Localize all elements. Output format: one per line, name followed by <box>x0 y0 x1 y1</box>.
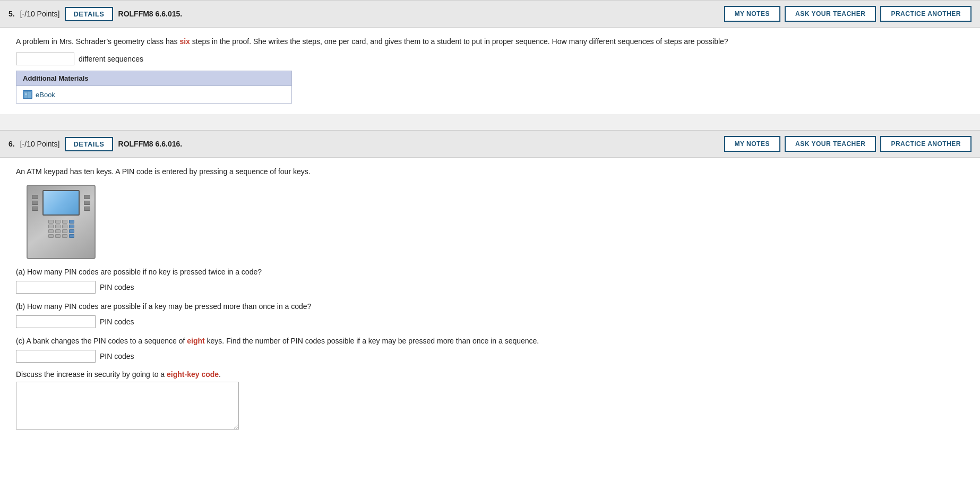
atm-top-row <box>32 190 90 216</box>
sub-c-text: (c) A bank changes the PIN codes to a se… <box>16 336 964 347</box>
key-9 <box>48 229 54 233</box>
sub-b-answer-row: PIN codes <box>16 315 964 328</box>
atm-screen <box>42 190 80 216</box>
practice-another-button-6[interactable]: PRACTICE ANOTHER <box>880 136 972 152</box>
key-11 <box>62 229 67 233</box>
sub-c-before: (c) A bank changes the PIN codes to a se… <box>16 337 187 345</box>
atm-image <box>27 185 96 259</box>
atm-left-btn-2 <box>32 201 38 205</box>
practice-another-button-5[interactable]: PRACTICE ANOTHER <box>880 6 972 22</box>
question-5-answer-label: different sequences <box>79 55 143 63</box>
sub-a-text: (a) How many PIN codes are possible if n… <box>16 267 964 278</box>
question-6-header: 6. [-/10 Points] DETAILS ROLFFM8 6.6.016… <box>0 131 980 158</box>
additional-materials-header: Additional Materials <box>16 71 291 86</box>
question-6-number: 6. <box>8 140 15 148</box>
keypad-row-1 <box>48 220 74 224</box>
question-5-body: A problem in Mrs. Schrader’s geometry cl… <box>0 28 980 114</box>
atm-right-buttons <box>84 195 90 211</box>
discuss-text: Discuss the increase in security by goin… <box>16 370 964 379</box>
question-5-header: 5. [-/10 Points] DETAILS ROLFFM8 6.6.015… <box>0 1 980 28</box>
atm-left-btn-1 <box>32 195 38 199</box>
additional-materials-box: Additional Materials eBook <box>16 71 292 104</box>
question-5-code: ROLFFM8 6.6.015. <box>118 10 719 18</box>
question-6-section: 6. [-/10 Points] DETAILS ROLFFM8 6.6.016… <box>0 130 980 449</box>
sub-c-label: PIN codes <box>100 352 134 360</box>
question-5-section: 5. [-/10 Points] DETAILS ROLFFM8 6.6.015… <box>0 0 980 114</box>
key-7 <box>62 225 67 228</box>
ebook-link[interactable]: eBook <box>23 90 285 99</box>
question-6-actions: MY NOTES ASK YOUR TEACHER PRACTICE ANOTH… <box>724 136 972 152</box>
sub-a-answer-row: PIN codes <box>16 281 964 294</box>
question-5-details-button[interactable]: DETAILS <box>65 7 113 21</box>
ask-teacher-button-5[interactable]: ASK YOUR TEACHER <box>785 6 876 22</box>
sub-a-answer-input[interactable] <box>16 281 96 294</box>
sub-b-text: (b) How many PIN codes are possible if a… <box>16 301 964 312</box>
sub-b-label: PIN codes <box>100 317 134 326</box>
question-5-actions: MY NOTES ASK YOUR TEACHER PRACTICE ANOTH… <box>724 6 972 22</box>
sub-question-a: (a) How many PIN codes are possible if n… <box>16 267 964 294</box>
key-8 <box>69 225 74 228</box>
key-6 <box>55 225 61 228</box>
sub-question-c: (c) A bank changes the PIN codes to a se… <box>16 336 964 363</box>
atm-right-btn-2 <box>84 201 90 205</box>
question-5-number: 5. <box>8 10 15 18</box>
additional-materials-body: eBook <box>16 86 291 103</box>
key-1 <box>48 220 54 224</box>
key-2 <box>55 220 61 224</box>
my-notes-button-6[interactable]: MY NOTES <box>724 136 780 152</box>
sub-b-answer-input[interactable] <box>16 315 96 328</box>
key-5 <box>48 225 54 228</box>
ebook-icon <box>23 90 32 99</box>
sub-c-answer-input[interactable] <box>16 350 96 363</box>
question-5-answer-input[interactable] <box>16 53 74 65</box>
key-3 <box>62 220 67 224</box>
keypad-row-3 <box>48 229 74 233</box>
question-6-intro: An ATM keypad has ten keys. A PIN code i… <box>16 166 964 177</box>
question-6-code: ROLFFM8 6.6.016. <box>118 140 719 148</box>
svg-rect-3 <box>25 94 27 95</box>
key-14 <box>55 234 61 238</box>
discuss-section: Discuss the increase in security by goin… <box>16 370 964 431</box>
question-5-text-before: A problem in Mrs. Schrader’s geometry cl… <box>16 37 179 46</box>
discuss-after: . <box>219 370 221 379</box>
atm-right-btn-1 <box>84 195 90 199</box>
discuss-before: Discuss the increase in security by goin… <box>16 370 167 379</box>
keypad-row-4 <box>48 234 74 238</box>
question-5-answer-row: different sequences <box>16 53 964 65</box>
key-15 <box>62 234 67 238</box>
svg-rect-2 <box>25 93 27 93</box>
key-10 <box>55 229 61 233</box>
svg-rect-1 <box>28 91 28 98</box>
atm-keypad <box>32 220 90 238</box>
sub-a-label: PIN codes <box>100 283 134 291</box>
key-4 <box>69 220 74 224</box>
key-12 <box>69 229 74 233</box>
sub-c-highlight: eight <box>187 337 204 345</box>
my-notes-button-5[interactable]: MY NOTES <box>724 6 780 22</box>
question-5-points: [-/10 Points] <box>20 10 60 18</box>
keypad-row-2 <box>48 225 74 228</box>
question-6-details-button[interactable]: DETAILS <box>65 137 113 151</box>
ask-teacher-button-6[interactable]: ASK YOUR TEACHER <box>785 136 876 152</box>
discuss-highlight: eight-key code <box>167 370 219 379</box>
atm-left-btn-3 <box>32 207 38 211</box>
key-13 <box>48 234 54 238</box>
sub-question-b: (b) How many PIN codes are possible if a… <box>16 301 964 328</box>
key-16 <box>69 234 74 238</box>
atm-left-buttons <box>32 195 38 211</box>
sub-c-after: keys. Find the number of PIN codes possi… <box>205 337 539 345</box>
sub-c-answer-row: PIN codes <box>16 350 964 363</box>
question-6-body: An ATM keypad has ten keys. A PIN code i… <box>0 158 980 449</box>
atm-right-btn-3 <box>84 207 90 211</box>
question-5-text: A problem in Mrs. Schrader’s geometry cl… <box>16 36 964 47</box>
question-6-points: [-/10 Points] <box>20 140 60 148</box>
discuss-textarea[interactable] <box>16 382 239 430</box>
question-5-highlight: six <box>179 37 190 46</box>
section-spacer <box>0 114 980 130</box>
ebook-label: eBook <box>36 91 55 99</box>
question-5-text-after: steps in the proof. She writes the steps… <box>190 37 728 46</box>
